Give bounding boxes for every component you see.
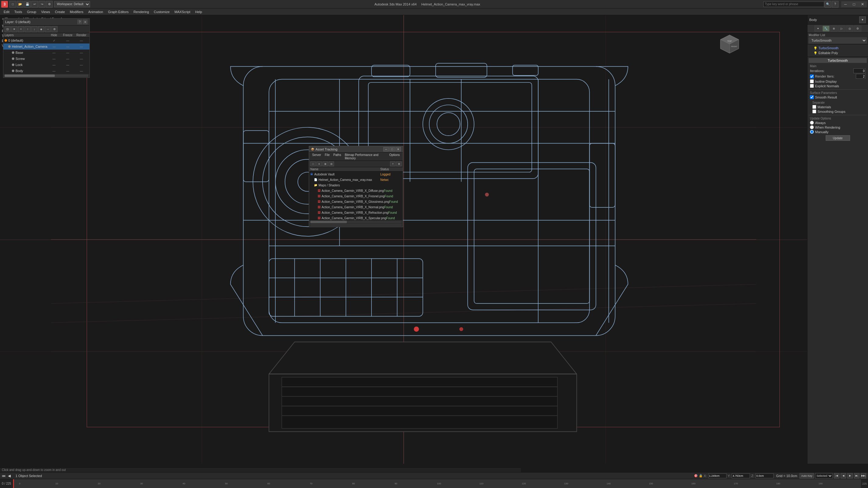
modifier-editpoly[interactable]: 💡 Editable Poly <box>807 51 868 55</box>
menu-modifiers[interactable]: Modifiers <box>67 8 86 15</box>
modifier-turbosm[interactable]: 💡 TurboSmooth <box>807 45 868 51</box>
layer-delete-btn[interactable]: ✕ <box>11 26 17 32</box>
layer-move-down-btn[interactable]: ↓ <box>31 26 37 32</box>
iterations-input[interactable] <box>854 68 866 73</box>
update-button[interactable]: Update <box>826 135 850 141</box>
asset-menu-options[interactable]: Options <box>388 153 402 160</box>
layer-row-screw[interactable]: Screw — — — <box>3 56 89 62</box>
asset-maximize-btn[interactable]: □ <box>390 147 395 152</box>
play-btn[interactable]: ▶ <box>847 473 853 479</box>
layer-row-body[interactable]: Body — — — <box>3 68 89 74</box>
maximize-button[interactable]: □ <box>850 1 858 7</box>
asset-scrollbar[interactable] <box>310 221 402 223</box>
utility-panel-btn[interactable]: ⚙ <box>854 26 861 32</box>
asset-row-maxfile[interactable]: 📄 Helmet_Action_Camera_max_vray.max Netw… <box>309 177 403 183</box>
asset-row-fresnel[interactable]: 🖼 Action_Camera_Garmin_VIRB_X_Fresnel.pn… <box>309 193 403 199</box>
modifier-dropdown[interactable]: TurboSmooth <box>809 37 867 43</box>
isoline-checkbox[interactable] <box>810 79 814 83</box>
modifier-options-button[interactable]: ▼ <box>859 17 866 23</box>
open-button[interactable]: 📂 <box>17 1 24 8</box>
key-filters-btn[interactable]: |◀ <box>834 473 839 479</box>
layers-close-button[interactable]: ✕ <box>83 20 88 24</box>
selection-mode-dropdown[interactable]: Selected <box>815 473 833 479</box>
layers-help-button[interactable]: ? <box>77 20 82 24</box>
render-iters-input[interactable] <box>856 74 866 79</box>
menu-help[interactable]: Help <box>193 8 205 15</box>
hierarchy-panel-btn[interactable]: ⊕ <box>830 26 838 32</box>
timeline-icon1[interactable]: ⏮ <box>2 474 5 478</box>
asset-row-normal[interactable]: 🖼 Action_Camera_Garmin_VIRB_X_Normal.png… <box>309 204 403 210</box>
search-button[interactable]: 🔍 <box>825 1 831 8</box>
asset-row-specular[interactable]: 🖼 Action_Camera_Garmin_VIRB_X_Specular.p… <box>309 215 403 220</box>
layer-select-obj-btn[interactable]: ◈ <box>38 26 44 32</box>
redo-button[interactable]: ↪ <box>39 1 45 8</box>
always-radio[interactable] <box>810 121 814 125</box>
menu-views[interactable]: Views <box>39 8 52 15</box>
menu-group[interactable]: Group <box>25 8 39 15</box>
asset-row-maps[interactable]: 📁 Maps / Shaders <box>309 183 403 188</box>
modify-panel-btn[interactable]: 🔧 <box>823 26 830 32</box>
materials-checkbox[interactable] <box>812 105 816 109</box>
workspace-dropdown[interactable]: Workspace: Default <box>54 1 90 7</box>
asset-row-diffuse[interactable]: 🖼 Action_Camera_Garmin_VIRB_X_Diffuse.pn… <box>309 188 403 193</box>
timeline-icon2[interactable]: ◀ <box>8 474 11 478</box>
motion-panel-btn[interactable]: ▷ <box>838 26 845 32</box>
asset-row-vault[interactable]: 🏛 Autodesk Vault Logged <box>309 171 403 177</box>
menu-graph-editors[interactable]: Graph Editors <box>105 8 131 15</box>
layer-row-base[interactable]: Base — — — <box>3 50 89 56</box>
asset-close-btn[interactable]: ✕ <box>396 147 401 152</box>
asset-menu-server[interactable]: Server <box>310 153 323 160</box>
prev-frame-btn[interactable]: ◀ <box>841 473 846 479</box>
minimize-button[interactable]: ─ <box>841 1 850 7</box>
menu-rendering[interactable]: Rendering <box>131 8 152 15</box>
render-iters-checkbox[interactable] <box>810 74 814 78</box>
asset-row-refraction[interactable]: 🖼 Action_Camera_Garmin_VIRB_X_Refraction… <box>309 210 403 215</box>
manually-radio[interactable] <box>810 130 814 134</box>
asset-row-glossiness[interactable]: 🖼 Action_Camera_Garmin_VIRB_X_Glossiness… <box>309 199 403 204</box>
smoothing-groups-checkbox[interactable] <box>812 109 816 113</box>
explicit-normals-checkbox[interactable] <box>810 84 814 88</box>
menu-animation[interactable]: Animation <box>86 8 105 15</box>
layer-settings-btn[interactable]: ⚙ <box>52 26 58 32</box>
asset-tb3[interactable]: ⊞ <box>322 161 328 166</box>
asset-menu-paths[interactable]: Paths <box>332 153 343 160</box>
create-panel-btn[interactable]: ✦ <box>814 26 822 32</box>
layer-select-btn[interactable]: ⊡ <box>5 26 11 32</box>
menu-edit[interactable]: Edit <box>1 8 12 15</box>
menu-maxscript[interactable]: MAXScript <box>172 8 193 15</box>
layers-scrollbar[interactable] <box>5 74 88 77</box>
asset-tb4[interactable]: ⊟ <box>329 161 334 166</box>
save-button[interactable]: 💾 <box>24 1 31 8</box>
layer-row-lock[interactable]: Lock — — — <box>3 62 89 68</box>
nav-cube[interactable]: TOP FRONT <box>719 33 740 55</box>
asset-menu-file[interactable]: File <box>323 153 331 160</box>
layer-row-default[interactable]: 0 (default) ✓ — — <box>3 37 89 43</box>
close-button[interactable]: ✕ <box>858 1 867 7</box>
coord-x-input[interactable] <box>708 474 726 478</box>
asset-menu-bitmap[interactable]: Bitmap Performance and Memory <box>343 153 387 160</box>
next-frame-btn[interactable]: ▶| <box>854 473 860 479</box>
asset-minimize-btn[interactable]: ─ <box>383 147 389 152</box>
layer-add-btn[interactable]: + <box>18 26 24 32</box>
menu-tools[interactable]: Tools <box>12 8 25 15</box>
display-panel-btn[interactable]: ◎ <box>846 26 854 32</box>
new-button[interactable]: □ <box>9 1 16 8</box>
asset-tb6[interactable]: ⚙ <box>396 161 402 166</box>
coord-y-input[interactable] <box>732 474 750 478</box>
undo-button[interactable]: ↩ <box>31 1 38 8</box>
help-button[interactable]: ? <box>832 1 838 8</box>
asset-tb1[interactable]: □ <box>310 161 316 166</box>
menu-customize[interactable]: Customize <box>152 8 172 15</box>
render-settings-button[interactable]: ⚙ <box>46 1 53 8</box>
coord-z-input[interactable] <box>755 474 774 478</box>
viewport[interactable]: + [Perspective] [Shaded + Edged Faces] T… <box>0 15 807 464</box>
last-frame-btn[interactable]: ▶▶| <box>861 473 866 479</box>
layer-move-up-btn[interactable]: ↑ <box>25 26 31 32</box>
search-input[interactable] <box>763 2 824 7</box>
when-rendering-radio[interactable] <box>810 125 814 129</box>
asset-tb2[interactable]: ≡ <box>316 161 322 166</box>
time-ruler[interactable]: 0 10 20 30 40 50 60 70 80 90 100 110 120… <box>13 479 861 488</box>
smooth-result-checkbox[interactable] <box>810 95 814 99</box>
asset-tb5[interactable]: ? <box>390 161 396 166</box>
menu-create[interactable]: Create <box>52 8 67 15</box>
